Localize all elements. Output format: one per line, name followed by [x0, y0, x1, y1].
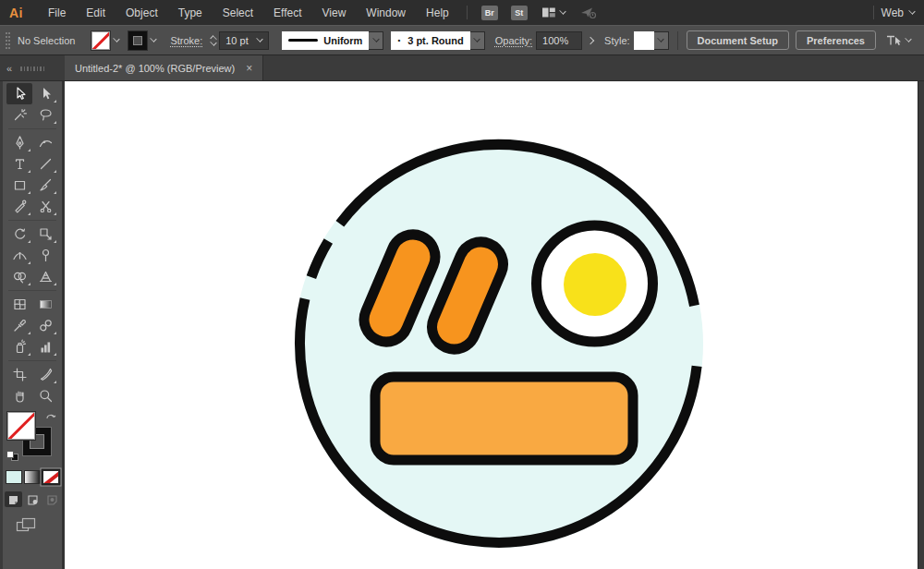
panel-dock-strip[interactable] — [918, 81, 924, 569]
stroke-panel-link[interactable]: Stroke: — [170, 35, 202, 46]
symbol-sprayer-tool-icon — [12, 339, 28, 355]
document-tab[interactable]: Untitled-2* @ 100% (RGB/Preview) × — [65, 55, 263, 80]
document-canvas[interactable] — [65, 81, 918, 569]
blend-tool-icon — [38, 318, 54, 333]
panel-grip[interactable] — [6, 32, 10, 49]
tool-curvature[interactable] — [32, 132, 58, 153]
fill-color-combo[interactable] — [91, 31, 119, 50]
share-screen-button[interactable] — [580, 6, 597, 19]
tool-shaper[interactable] — [6, 196, 32, 217]
chevron-down-icon — [372, 35, 379, 42]
workspace-switcher[interactable]: Web — [881, 6, 915, 19]
style-swatch[interactable] — [634, 31, 654, 50]
chevron-down-icon — [151, 35, 157, 42]
tool-paintbrush[interactable] — [32, 175, 58, 196]
gradient-button[interactable] — [24, 470, 41, 484]
illustrator-logo[interactable]: Ai — [9, 6, 23, 20]
draw-inside-button[interactable] — [43, 491, 61, 507]
egg-yolk[interactable] — [564, 253, 626, 316]
tools-panel — [0, 81, 65, 569]
tool-width[interactable] — [6, 245, 32, 266]
magic-wand-icon — [12, 107, 28, 123]
fill-none-swatch[interactable] — [91, 31, 110, 50]
tool-group-divider — [3, 217, 62, 224]
tool-eyedropper[interactable] — [6, 315, 32, 336]
panel-grip-dots[interactable] — [20, 67, 44, 71]
artboard[interactable] — [65, 81, 918, 569]
draw-behind-button[interactable] — [24, 491, 42, 507]
fill-swatch-none[interactable] — [7, 412, 35, 440]
opacity-submenu-icon[interactable] — [587, 36, 594, 43]
preferences-button[interactable]: Preferences — [796, 30, 876, 50]
tool-hand[interactable] — [6, 385, 32, 406]
tool-scale[interactable] — [32, 224, 58, 245]
menu-object[interactable]: Object — [116, 6, 168, 19]
tool-type[interactable] — [6, 153, 32, 175]
workspace-label: Web — [881, 6, 904, 19]
touch-type-tool-button[interactable] — [885, 33, 911, 47]
direct-selection-tool-icon — [38, 86, 54, 102]
draw-normal-button[interactable] — [5, 491, 22, 507]
tool-rectangle[interactable] — [6, 175, 32, 196]
selection-tool-icon — [12, 86, 28, 102]
stroke-profile-chevron[interactable] — [369, 31, 383, 50]
menu-help[interactable]: Help — [416, 6, 459, 19]
tool-column-graph[interactable] — [32, 336, 58, 357]
menu-edit[interactable]: Edit — [76, 6, 116, 19]
swap-fill-stroke-icon[interactable] — [45, 411, 57, 421]
menu-separator — [873, 6, 874, 19]
arrange-documents-button[interactable] — [541, 6, 565, 18]
toast-bar[interactable] — [375, 377, 633, 460]
menu-view[interactable]: View — [312, 6, 357, 19]
tool-zoom[interactable] — [32, 385, 58, 406]
tool-symbol-sprayer[interactable] — [6, 336, 32, 357]
tool-selection[interactable] — [6, 83, 32, 104]
tool-pen[interactable] — [6, 132, 32, 153]
stroke-color-combo[interactable] — [128, 31, 156, 50]
puppet-warp-pin-icon — [38, 248, 54, 263]
tool-slice[interactable] — [32, 364, 58, 385]
color-button[interactable] — [6, 470, 22, 484]
tool-lasso[interactable] — [32, 104, 58, 126]
tab-close-button[interactable]: × — [246, 62, 252, 75]
brush-chevron[interactable] — [470, 31, 485, 50]
bridge-button[interactable]: Br — [481, 6, 498, 20]
share-screen-icon — [580, 6, 597, 19]
opacity-panel-link[interactable]: Opacity: — [495, 35, 532, 46]
stroke-profile-select[interactable]: Uniform — [282, 31, 369, 50]
stroke-color-swatch[interactable] — [128, 31, 147, 50]
stroke-weight-stepper[interactable] — [211, 36, 216, 45]
tool-scissors[interactable] — [32, 196, 58, 217]
menu-effect[interactable]: Effect — [263, 6, 311, 19]
collapse-panel-button[interactable]: « — [6, 63, 11, 74]
tool-direct-selection[interactable] — [32, 83, 58, 104]
tool-artboard[interactable] — [6, 364, 32, 385]
tool-blend[interactable] — [32, 315, 58, 336]
paint-buttons — [3, 470, 62, 484]
slice-tool-icon — [38, 367, 54, 382]
menu-window[interactable]: Window — [356, 6, 416, 19]
default-fill-stroke-icon[interactable] — [6, 451, 18, 461]
arrange-documents-icon — [541, 6, 556, 18]
document-setup-button[interactable]: Document Setup — [687, 30, 789, 50]
tool-shape-builder[interactable] — [6, 266, 32, 287]
tool-perspective-grid[interactable] — [32, 266, 58, 287]
style-chevron[interactable] — [654, 31, 669, 50]
menu-type[interactable]: Type — [168, 6, 213, 19]
brush-select[interactable]: • 3 pt. Round — [391, 31, 469, 50]
stock-button[interactable]: St — [511, 6, 528, 20]
pen-tool-icon — [12, 135, 28, 151]
tool-puppet-warp[interactable] — [32, 245, 58, 266]
tool-magic-wand[interactable] — [6, 104, 32, 126]
tool-rotate[interactable] — [6, 224, 32, 245]
stroke-weight-field[interactable]: 10 pt — [219, 31, 269, 50]
tool-mesh[interactable] — [6, 294, 32, 315]
menu-select[interactable]: Select — [213, 6, 263, 19]
tool-gradient[interactable] — [32, 294, 58, 315]
change-screen-mode-button[interactable] — [16, 517, 62, 533]
menu-file[interactable]: File — [38, 6, 76, 19]
tool-line-segment[interactable] — [32, 153, 58, 175]
opacity-field[interactable]: 100% — [536, 31, 582, 50]
none-button[interactable] — [43, 470, 59, 484]
draw-normal-icon — [7, 494, 19, 505]
